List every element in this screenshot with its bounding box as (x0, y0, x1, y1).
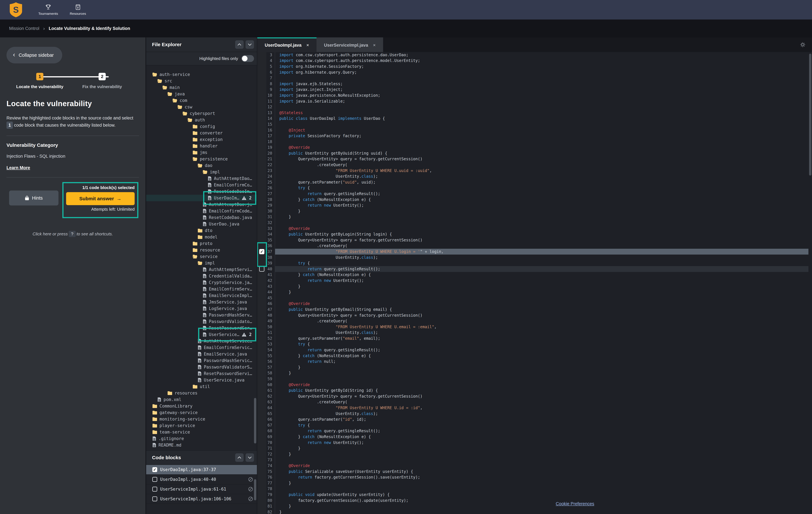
tree-item-config[interactable]: config (146, 123, 257, 130)
submit-answer-button[interactable]: Submit answer→ (66, 192, 135, 205)
hints-button[interactable]: Hints (9, 191, 58, 206)
tree-item-credentialvalida-[interactable]: CredentialValida… (146, 273, 257, 279)
code-block-item[interactable]: UserServiceImpl.java:106-106 (146, 494, 257, 504)
code-block-item[interactable]: UserDaoImpl.java:40-40 (146, 475, 257, 484)
tab-userdaoimpl[interactable]: UserDaoImpl.java × (257, 37, 317, 52)
tree-item-passwordhashserv-[interactable]: PasswordHashServ… (146, 312, 257, 318)
tree-item-resetcodedaoim-[interactable]: ResetCodeDaoIm… (146, 188, 257, 195)
tree-item-main[interactable]: main (146, 84, 257, 91)
tree-item-auth-service[interactable]: auth-service (146, 71, 257, 78)
tree-item-resource[interactable]: resource (146, 247, 257, 253)
tree-item-auth[interactable]: auth (146, 117, 257, 123)
explorer-scrollbar-thumb[interactable] (254, 398, 256, 443)
tree-item-persistence[interactable]: persistence (146, 156, 257, 162)
cookie-preferences-link[interactable]: Cookie Preferences (556, 501, 594, 506)
tree-item-model[interactable]: model (146, 234, 257, 240)
tree-item-util[interactable]: util (146, 383, 257, 390)
tab-userserviceimpl[interactable]: UserServiceImpl.java × (317, 37, 383, 52)
tree-item-monitoring-service[interactable]: monitoring-service (146, 416, 257, 422)
highlighted-files-toggle[interactable] (241, 55, 254, 62)
breadcrumb-parent[interactable]: Mission Control (9, 26, 39, 31)
tree-item-resetpasswordservi-[interactable]: ResetPasswordServi… (146, 370, 257, 377)
nav-tournaments[interactable]: Tournaments (38, 4, 58, 16)
tree-item-emailserviceimpl-[interactable]: EmailServiceImpl… (146, 292, 257, 299)
checkbox-unchecked[interactable] (152, 477, 157, 482)
tree-item-jmsservice-java[interactable]: JmsService.java (146, 299, 257, 305)
explorer-next-button[interactable] (245, 40, 254, 49)
tree-item-authattemptservice-[interactable]: AuthAttemptService… (146, 338, 257, 344)
tree-item-converter[interactable]: converter (146, 130, 257, 136)
explorer-scrollbar-thumb[interactable] (254, 479, 256, 501)
nav-resources[interactable]: Resources (70, 4, 86, 16)
code-line-51: 51 UserEntity.class); (257, 330, 808, 336)
tree-item-userservice-java[interactable]: UserService.java (146, 377, 257, 383)
explorer-prev-button[interactable] (235, 40, 243, 49)
tree-item-emailconfirmserv-[interactable]: EmailConfirmServ… (146, 286, 257, 292)
tree-item-logservice-java[interactable]: LogService.java (146, 305, 257, 312)
close-icon[interactable]: × (373, 43, 376, 48)
tree-item-resetcodedao-java[interactable]: ResetCodeDao.java (146, 214, 257, 221)
tree-item-resources[interactable]: resources (146, 390, 257, 396)
tree-item-userservice-[interactable]: UserService…2 (146, 331, 257, 338)
code-blocks-next-button[interactable] (245, 453, 254, 462)
tree-item-java[interactable]: java (146, 91, 257, 97)
brand-logo-icon[interactable]: S (9, 2, 23, 18)
tree-item-exception[interactable]: exception (146, 136, 257, 143)
tree-item-emailconfirmservic-[interactable]: EmailConfirmServic… (146, 344, 257, 351)
code-text (275, 139, 808, 145)
tree-item-commonlibrary[interactable]: CommonLibrary (146, 403, 257, 409)
code-line-82: 82} (257, 509, 808, 514)
tree-item-dto[interactable]: dto (146, 227, 257, 234)
tree-item-team-service[interactable]: team-service (146, 429, 257, 435)
tree-item-readme-md[interactable]: README.md (146, 442, 257, 448)
checkbox-checked[interactable]: ✓ (152, 467, 157, 472)
code-blocks-prev-button[interactable] (235, 453, 243, 462)
tree-item-passwordhashservic-[interactable]: PasswordHashServic… (146, 357, 257, 364)
tree-item-passwordvalidato-[interactable]: PasswordValidato… (146, 318, 257, 325)
line-number: 41 (266, 272, 275, 277)
tree-item-pom-xml[interactable]: pom.xml (146, 396, 257, 403)
gear-icon[interactable] (800, 42, 806, 48)
tree-item-authattemptdao-j-[interactable]: AuthAttemptDao.j… (146, 201, 257, 208)
code-line-checkbox-checked[interactable]: ✓ (259, 249, 264, 254)
code-block-item[interactable]: UserServiceImpl.java:61-61 (146, 484, 257, 494)
collapse-sidebar-button[interactable]: ‹ Collapse sidebar (6, 47, 62, 63)
tree-item--gitignore[interactable]: .gitignore (146, 435, 257, 442)
tree-item-player-service[interactable]: player-service (146, 422, 257, 429)
tree-item-dao[interactable]: dao (146, 162, 257, 169)
tree-item-authattemptservi-[interactable]: AuthAttemptServi… (146, 266, 257, 273)
code-line-70: 70 return new UserEntity(); (257, 440, 808, 445)
learn-more-link[interactable]: Learn More (6, 165, 30, 170)
tree-item-jms[interactable]: jms (146, 149, 257, 156)
shortcuts-hint[interactable]: Click here or press?to see all shortcuts… (6, 232, 139, 237)
tree-item-userdaoim-[interactable]: UserDaoIm…2 (146, 195, 257, 201)
tree-item-impl[interactable]: impl (146, 260, 257, 266)
code-text: } (275, 480, 808, 486)
tree-item-gateway-service[interactable]: gateway-service (146, 409, 257, 416)
tree-item-proto[interactable]: proto (146, 240, 257, 247)
tree-item-service[interactable]: service (146, 253, 257, 260)
tree-item-resetpasswordser-[interactable]: ResetPasswordSer… (146, 325, 257, 331)
tree-item-emailconfirmcode-[interactable]: EmailConfirmCode… (146, 208, 257, 214)
line-number: 46 (266, 301, 275, 306)
checkbox-unchecked[interactable] (152, 496, 157, 501)
code-block-item[interactable]: ✓UserDaoImpl.java:37-37 (146, 465, 257, 475)
tree-item-passwordvalidators-[interactable]: PasswordValidatorS… (146, 364, 257, 370)
code-text: import com.csw.cybersport.auth.persisten… (275, 52, 808, 58)
tree-item-userdao-java[interactable]: UserDao.java (146, 221, 257, 227)
tree-item-handler[interactable]: handler (146, 143, 257, 149)
code-text: "FROM UserEntity U WHERE U.email = :emai… (275, 324, 808, 330)
tree-item-impl[interactable]: impl (146, 169, 257, 175)
close-icon[interactable]: × (307, 43, 309, 48)
tree-item-cryptoservice-ja-[interactable]: CryptoService.ja… (146, 279, 257, 286)
tree-item-emailservice-java[interactable]: EmailService.java (146, 351, 257, 357)
tree-item-cybersport[interactable]: cybersport (146, 110, 257, 117)
checkbox-unchecked[interactable] (152, 487, 157, 492)
editor-scrollbar-thumb[interactable] (809, 54, 811, 175)
tree-item-com[interactable]: com (146, 97, 257, 104)
tree-item-csw[interactable]: csw (146, 104, 257, 110)
tree-item-authattemptdao-[interactable]: AuthAttemptDao… (146, 175, 257, 182)
tree-item-emailconfirmco-[interactable]: EmailConfirmCo… (146, 182, 257, 188)
tree-item-src[interactable]: src (146, 78, 257, 84)
code-line-checkbox-unchecked[interactable] (259, 266, 264, 272)
